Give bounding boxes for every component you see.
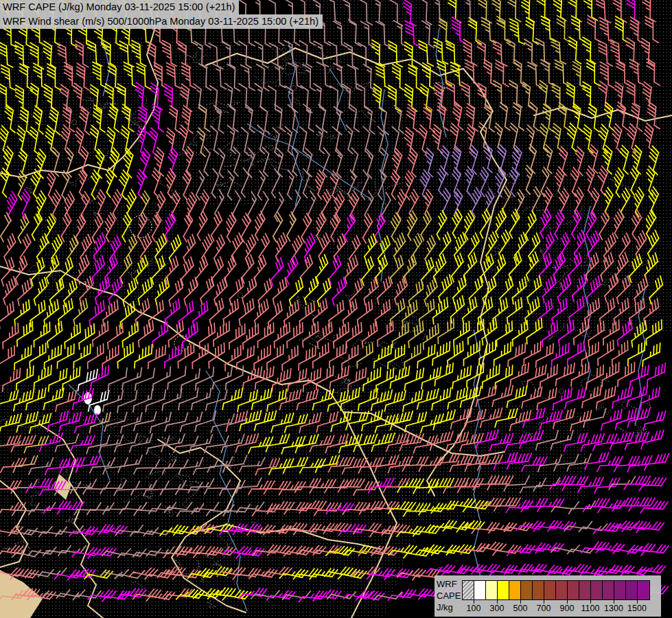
- legend-cell: [544, 581, 556, 599]
- legend-cell: [509, 581, 521, 599]
- legend-tick-label: 1300: [604, 604, 623, 613]
- legend-labels: WRF CAPE J/kg: [437, 578, 461, 613]
- legend-label-cape: CAPE: [437, 590, 461, 602]
- legend-tick: [637, 599, 638, 604]
- legend-cell: [533, 581, 544, 599]
- title-cape: WRF CAPE (J/kg) Monday 03-11-2025 15:00 …: [0, 0, 239, 14]
- legend-cell: [568, 581, 579, 599]
- legend-tick-label: 700: [537, 604, 551, 613]
- legend-label-unit: J/kg: [437, 602, 461, 613]
- cape-white-patch: [94, 405, 101, 415]
- legend-tick-label: 900: [560, 604, 575, 613]
- weather-map-page: WRF CAPE (J/kg) Monday 03-11-2025 15:00 …: [0, 0, 672, 618]
- legend-label-wrf: WRF: [437, 578, 461, 590]
- legend-cell: [498, 581, 509, 599]
- legend-cell: [591, 581, 603, 599]
- legend-color-bar: [462, 580, 650, 600]
- legend-tick: [614, 599, 614, 604]
- legend-cell: [638, 581, 649, 599]
- legend-tick: [474, 599, 474, 604]
- legend-tick-label: 300: [490, 604, 505, 613]
- legend-tick: [567, 599, 568, 604]
- legend-cell: [486, 581, 498, 599]
- legend-cell: [556, 581, 568, 599]
- legend-cell: [614, 581, 626, 599]
- legend-tick-label: 1500: [627, 604, 647, 613]
- legend-tick: [590, 599, 591, 604]
- legend-tick: [497, 599, 498, 604]
- legend-cell: [603, 581, 614, 599]
- legend-tick-label: 1100: [581, 604, 600, 613]
- legend-tick-label: 500: [513, 604, 528, 613]
- legend-tick: [520, 599, 521, 604]
- title-bar: WRF CAPE (J/kg) Monday 03-11-2025 15:00 …: [0, 0, 323, 29]
- legend-cell: [626, 581, 638, 599]
- legend-cell: [474, 581, 486, 599]
- legend-cell: [579, 581, 591, 599]
- legend-tick-label: 100: [467, 604, 481, 613]
- legend-cell: [463, 581, 474, 599]
- legend-tick: [544, 599, 544, 604]
- title-wind-shear: WRF Wind shear (m/s) 500/1000hPa Monday …: [0, 14, 323, 29]
- weather-map: [0, 0, 672, 618]
- cape-legend: WRF CAPE J/kg 10030050070090011001300150…: [435, 575, 661, 617]
- legend-cell: [521, 581, 533, 599]
